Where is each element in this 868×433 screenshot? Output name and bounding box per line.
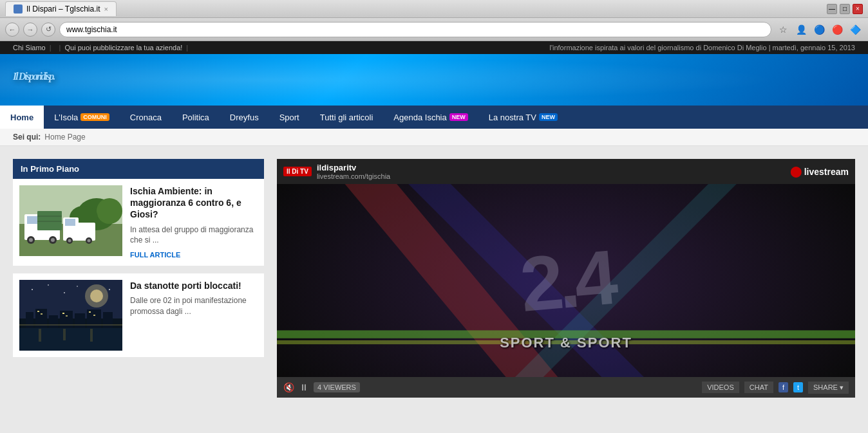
window-maximize-button[interactable]: □ [840, 4, 850, 14]
facebook-share-button[interactable]: f [778, 382, 788, 392]
nav-item-tutti-articoli[interactable]: Tutti gli articoli [310, 106, 384, 129]
viewers-count: 4 VIEWERS [314, 382, 360, 392]
nav-item-cronaca[interactable]: Cronaca [120, 106, 172, 129]
tv-new-badge: NEW [539, 113, 558, 121]
content-area: In Primo Piano [0, 146, 868, 410]
svg-rect-46 [39, 329, 41, 342]
top-link-chi-siamo[interactable]: Chi Siamo [13, 44, 46, 51]
livestream-icon: ⬤ [790, 165, 802, 178]
svg-point-27 [64, 292, 65, 293]
chat-tab[interactable]: CHAT [744, 382, 773, 393]
agenda-new-badge: NEW [449, 113, 468, 121]
video-overlay-text: SPORT & SPORT [500, 335, 632, 351]
svg-point-24 [90, 290, 103, 302]
svg-rect-39 [37, 311, 39, 312]
article-excerpt-1: In attesa del gruppo di maggioranza che … [130, 225, 258, 246]
tab-favicon [14, 5, 23, 14]
extension-icon-2[interactable]: 🔴 [829, 22, 845, 37]
svg-point-9 [29, 238, 33, 242]
svg-point-3 [97, 198, 122, 224]
tab-close-button[interactable]: × [104, 5, 108, 13]
extension-icon-3[interactable]: 🔷 [847, 22, 863, 37]
article-title-2[interactable]: Da stanotte porti bloccati! [130, 280, 258, 291]
url-text: www.tgischia.it [66, 25, 117, 34]
breadcrumb: Sei qui: Home Page [0, 129, 868, 146]
date-text: martedì, gennaio 15, 2013 [773, 44, 855, 51]
svg-rect-35 [60, 311, 73, 328]
svg-rect-34 [49, 315, 58, 328]
svg-point-29 [109, 289, 110, 290]
nav-item-agenda[interactable]: Agenda Ischia NEW [383, 106, 478, 129]
profile-icon[interactable]: 👤 [793, 22, 809, 37]
browser-controls: ← → ↺ www.tgischia.it ☆ 👤 🔵 🔴 🔷 [0, 18, 868, 41]
forward-button[interactable]: → [23, 23, 37, 37]
sep-3: | [186, 44, 188, 51]
nav-item-tv[interactable]: La nostra TV NEW [478, 106, 568, 129]
articles-panel: In Primo Piano [13, 159, 264, 398]
nav-item-lisola[interactable]: L'Isola COMUNI [44, 106, 120, 129]
primo-piano-header: In Primo Piano [13, 159, 264, 179]
site-wrapper: Chi Siamo | | Qui puoi pubblicizzare la … [0, 41, 868, 410]
comuni-badge: COMUNI [80, 113, 109, 121]
svg-rect-48 [90, 329, 93, 342]
svg-rect-7 [27, 216, 39, 224]
svg-point-26 [48, 284, 49, 286]
svg-point-18 [88, 239, 91, 243]
window-minimize-button[interactable]: — [827, 4, 837, 14]
svg-point-28 [77, 286, 78, 287]
sep-2: | [59, 44, 61, 51]
video-channel-info: ildisparitv livestream.com/tgischia [317, 163, 390, 180]
thumbnail-truck-image [19, 185, 122, 256]
svg-rect-43 [89, 311, 91, 313]
svg-point-11 [51, 238, 55, 242]
svg-rect-44 [93, 315, 95, 316]
svg-rect-40 [41, 313, 42, 315]
top-link-abbonati[interactable]: Qui puoi pubblicizzare la tua azienda! [64, 44, 182, 51]
logo-text: Il Dispari [13, 71, 41, 82]
address-bar[interactable]: www.tgischia.it [59, 22, 771, 37]
svg-rect-31 [19, 328, 122, 351]
video-screen[interactable]: 2.4 SPORT & SPORT [277, 184, 855, 377]
video-header: Il Di TV ildisparitv livestream.com/tgis… [277, 159, 855, 184]
svg-rect-42 [66, 315, 68, 317]
videos-tab[interactable]: VIDEOS [702, 382, 739, 393]
nav-item-sport[interactable]: Sport [269, 106, 310, 129]
svg-rect-41 [62, 313, 64, 314]
sep-1: | [50, 44, 52, 51]
channel-name: ildisparitv [317, 163, 390, 172]
mute-button[interactable]: 🔇 [283, 382, 294, 392]
top-bar: Chi Siamo | | Qui puoi pubblicizzare la … [0, 41, 868, 54]
video-logo: Il Di TV [283, 167, 312, 176]
window-close-button[interactable]: × [853, 4, 863, 14]
browser-tab[interactable]: Il Dispari – TgIschia.it × [5, 1, 117, 16]
article-card: Ischia Ambiente: in maggioranza 6 contro… [13, 179, 264, 266]
svg-rect-36 [75, 313, 85, 328]
share-button[interactable]: SHARE ▾ [808, 382, 849, 394]
twitter-share-button[interactable]: t [793, 382, 803, 392]
article-content-2: Da stanotte porti bloccati! Dalle ore 02… [130, 280, 258, 351]
breadcrumb-current: Home Page [44, 133, 85, 142]
livestream-label: livestream [804, 167, 849, 177]
svg-rect-47 [63, 329, 66, 340]
video-panel: Il Di TV ildisparitv livestream.com/tgis… [277, 159, 855, 398]
reload-button[interactable]: ↺ [41, 23, 55, 37]
breadcrumb-label: Sei qui: [13, 133, 41, 142]
nav-item-dreyfus[interactable]: Dreyfus [220, 106, 269, 129]
site-logo[interactable]: Il Disparidisp. [13, 62, 54, 98]
article-title-1[interactable]: Ischia Ambiente: in maggioranza 6 contro… [130, 185, 258, 221]
play-pause-button[interactable]: ⏸ [299, 382, 308, 392]
svg-rect-19 [37, 211, 62, 230]
video-big-number: 2.4 [516, 232, 616, 329]
top-bar-links: Chi Siamo | | Qui puoi pubblicizzare la … [13, 44, 192, 51]
back-button[interactable]: ← [5, 23, 19, 37]
video-controls-bar: 🔇 ⏸ 4 VIEWERS VIDEOS CHAT f t SHARE ▾ [277, 377, 855, 398]
nav-item-home[interactable]: Home [0, 106, 44, 129]
star-icon[interactable]: ☆ [775, 22, 791, 37]
nav-item-politica[interactable]: Politica [172, 106, 220, 129]
extension-icon-1[interactable]: 🔵 [811, 22, 827, 37]
article-link-1[interactable]: FULL ARTICLE [130, 251, 180, 259]
svg-rect-32 [26, 312, 33, 328]
article-content-1: Ischia Ambiente: in maggioranza 6 contro… [130, 185, 258, 259]
article-thumbnail-1 [19, 185, 122, 256]
svg-rect-14 [65, 219, 75, 226]
